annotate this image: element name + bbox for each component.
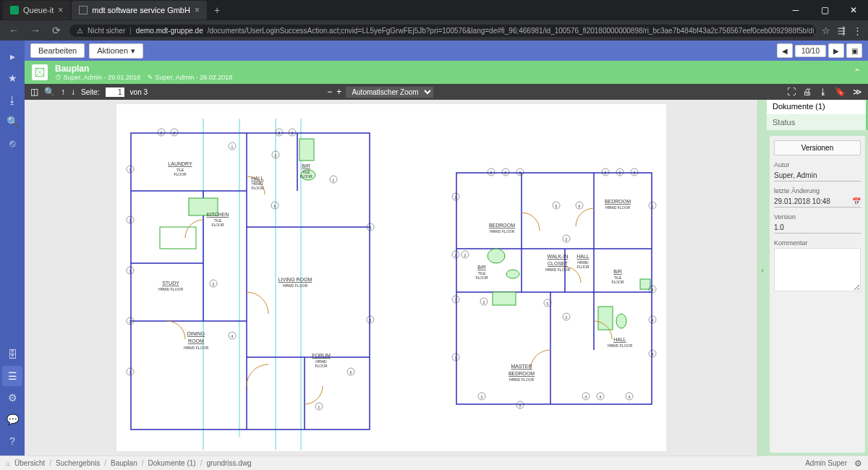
- logout-icon[interactable]: ⎋: [2, 133, 22, 153]
- svg-point-91: [616, 314, 626, 328]
- svg-text:2: 2: [565, 315, 567, 320]
- menu-icon[interactable]: ⋮: [853, 25, 862, 36]
- close-icon[interactable]: ×: [58, 5, 63, 15]
- actions-dropdown[interactable]: Aktionen ▾: [89, 43, 143, 59]
- page-input[interactable]: [106, 87, 124, 97]
- modified-field[interactable]: 29.01.2018 10:48📅: [774, 196, 861, 208]
- svg-text:DINING: DINING: [187, 331, 205, 336]
- page-up-icon[interactable]: ↑: [61, 87, 65, 97]
- svg-text:6: 6: [578, 204, 580, 208]
- versions-button[interactable]: Versionen: [774, 140, 861, 155]
- svg-text:FLOOR: FLOOR: [315, 364, 328, 368]
- svg-text:STUDY: STUDY: [162, 281, 179, 286]
- tab-bar: Queue-it × mdt software service GmbH × +…: [0, 0, 868, 20]
- forward-button[interactable]: →: [27, 25, 43, 36]
- svg-text:FORUM: FORUM: [312, 353, 331, 358]
- comment-label: Kommentar: [774, 239, 861, 247]
- bookmark-icon[interactable]: 🔖: [835, 87, 846, 97]
- sidebar-toggle-icon[interactable]: ◫: [30, 87, 38, 97]
- favicon-queueit: [10, 6, 19, 14]
- download-icon[interactable]: ⭳: [2, 90, 22, 110]
- crumb[interactable]: Dokumente (1): [148, 459, 196, 467]
- crumb[interactable]: Suchergebnis: [56, 459, 100, 467]
- tab-queueit[interactable]: Queue-it ×: [3, 1, 70, 20]
- rpanel-expand-button[interactable]: ›: [758, 84, 767, 456]
- print-icon[interactable]: 🖨: [803, 87, 812, 97]
- security-label: Nicht sicher: [88, 27, 125, 35]
- crumb[interactable]: Bauplan: [111, 459, 137, 467]
- rail-toggle-icon[interactable]: ▸: [2, 46, 22, 67]
- svg-text:1: 1: [318, 405, 320, 409]
- rpanel-docs-item[interactable]: Dokumente (1): [767, 98, 868, 114]
- star-icon[interactable]: ★: [2, 68, 22, 88]
- crumb[interactable]: grundriss.dwg: [206, 459, 251, 467]
- svg-text:LIVING  ROOM: LIVING ROOM: [278, 277, 312, 282]
- minimize-button[interactable]: ─: [781, 0, 810, 20]
- svg-text:HRWD FLOOR: HRWD FLOOR: [183, 346, 208, 350]
- zoom-select[interactable]: Automatischer Zoom: [346, 87, 433, 98]
- url-input[interactable]: ⚠ Nicht sicher | demo.mdt-gruppe.de/docu…: [69, 25, 816, 37]
- close-window-button[interactable]: ✕: [839, 0, 868, 20]
- svg-text:3: 3: [129, 269, 131, 273]
- collapse-button[interactable]: ⌃: [854, 67, 861, 77]
- home-icon[interactable]: ⌂: [6, 459, 10, 467]
- svg-text:KITCHEN: KITCHEN: [206, 212, 229, 217]
- svg-text:B/R: B/R: [613, 269, 622, 274]
- zoom-in-button[interactable]: +: [336, 87, 341, 97]
- page-count: 10/10: [795, 45, 826, 57]
- svg-text:2: 2: [482, 300, 485, 304]
- new-tab-button[interactable]: +: [208, 4, 226, 16]
- page-label: Seite:: [81, 88, 100, 96]
- rpanel-status-item[interactable]: Status: [767, 114, 868, 130]
- fullscreen-icon[interactable]: ⛶: [787, 87, 796, 97]
- doc-title: Bauplan: [55, 64, 232, 74]
- chat-icon[interactable]: 💬: [2, 409, 22, 430]
- doc-icon: [32, 64, 48, 80]
- more-icon[interactable]: ≫: [853, 87, 862, 97]
- svg-text:3: 3: [212, 282, 214, 286]
- pdf-canvas[interactable]: LAUNDRY TILE FLOOR B/R TILE FLOOR HALL H…: [25, 100, 758, 456]
- maximize-button[interactable]: ▢: [810, 0, 839, 20]
- star-icon[interactable]: ☆: [822, 25, 830, 36]
- zoom-out-button[interactable]: −: [327, 87, 332, 97]
- doc-header: Bauplan ⏱ Super, Admin - 29.01.2018 ✎ Su…: [25, 61, 868, 84]
- clock-icon: ⏱ Super, Admin - 29.01.2018: [55, 74, 140, 81]
- gear-icon[interactable]: ⚙: [854, 458, 862, 469]
- svg-text:HRWD FLOOR: HRWD FLOOR: [282, 283, 307, 288]
- crumb[interactable]: Übersicht: [14, 459, 45, 467]
- search-icon[interactable]: 🔍: [2, 111, 22, 132]
- download-icon[interactable]: ⭳: [819, 87, 827, 97]
- list-icon[interactable]: ☰: [2, 366, 22, 386]
- comment-field[interactable]: [774, 248, 861, 291]
- svg-rect-88: [493, 292, 516, 305]
- svg-text:2: 2: [274, 153, 276, 158]
- gear-icon[interactable]: ⚙: [2, 388, 22, 408]
- next-page-button[interactable]: ▶: [828, 43, 844, 58]
- svg-text:FLOOR: FLOOR: [299, 174, 312, 179]
- svg-text:4: 4: [651, 318, 653, 322]
- extensions-icon[interactable]: ⇶: [838, 25, 846, 36]
- svg-text:3: 3: [129, 370, 131, 375]
- calendar-icon[interactable]: 📅: [852, 197, 861, 205]
- help-icon[interactable]: ?: [2, 431, 22, 451]
- svg-text:4: 4: [651, 288, 653, 292]
- edit-button[interactable]: Bearbeiten: [30, 43, 85, 58]
- tab-mdt[interactable]: mdt software service GmbH ×: [72, 1, 207, 20]
- svg-text:6: 6: [555, 204, 557, 208]
- svg-point-92: [488, 249, 505, 263]
- svg-text:HRWD FLOOR: HRWD FLOOR: [545, 268, 569, 272]
- briefcase-icon[interactable]: 🗄: [2, 344, 22, 364]
- find-icon[interactable]: 🔍: [44, 87, 55, 97]
- svg-text:2: 2: [633, 171, 635, 175]
- svg-text:6: 6: [349, 370, 352, 375]
- pager-aux-button[interactable]: ▣: [846, 43, 862, 58]
- svg-text:FLOOR: FLOOR: [174, 172, 187, 176]
- svg-text:HRWD FLOOR: HRWD FLOOR: [607, 343, 631, 348]
- page-down-icon[interactable]: ↓: [71, 87, 75, 97]
- back-button[interactable]: ←: [6, 25, 22, 36]
- svg-text:WALK-IN: WALK-IN: [547, 254, 568, 259]
- close-icon[interactable]: ×: [195, 5, 200, 15]
- svg-text:4: 4: [651, 352, 653, 356]
- reload-button[interactable]: ⟳: [49, 25, 64, 36]
- prev-page-button[interactable]: ◀: [777, 43, 793, 58]
